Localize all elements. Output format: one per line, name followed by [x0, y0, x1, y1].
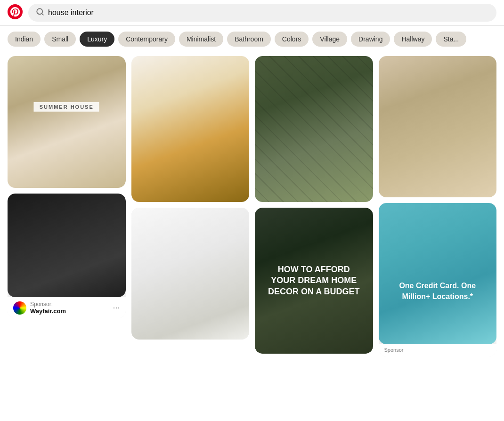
pin-budget-decor[interactable]	[255, 208, 373, 354]
search-icon	[36, 8, 44, 18]
filter-bar: Indian Small Luxury Contemporary Minimal…	[0, 26, 504, 52]
more-options-button[interactable]: ···	[113, 303, 120, 313]
filter-village[interactable]: Village	[312, 32, 347, 47]
pin-grid: Sponsor: Wayfair.com ··· Sponsor	[0, 52, 504, 360]
filter-sta[interactable]: Sta...	[436, 32, 466, 47]
pin-white-kitchen[interactable]	[131, 208, 250, 340]
pin-dark-staircase[interactable]: Sponsor: Wayfair.com ···	[8, 194, 126, 318]
sponsor-label: Sponsor:	[30, 301, 66, 308]
filter-minimalist[interactable]: Minimalist	[179, 32, 223, 47]
svg-line-2	[41, 13, 43, 15]
svg-point-0	[8, 4, 23, 19]
ad-sponsor-label: Sponsor	[379, 344, 497, 356]
search-input[interactable]	[48, 8, 489, 17]
search-bar[interactable]	[28, 4, 496, 22]
filter-bathroom[interactable]: Bathroom	[227, 32, 271, 47]
sponsor-info: Sponsor: Wayfair.com	[13, 301, 66, 315]
sponsor-text-block: Sponsor: Wayfair.com	[30, 301, 66, 315]
sponsor-badge: Sponsor: Wayfair.com ···	[8, 297, 126, 318]
pin-bookshelf[interactable]	[131, 56, 250, 202]
pin-rustic-living[interactable]	[379, 56, 497, 197]
sponsor-name: Wayfair.com	[30, 308, 66, 315]
pin-barn-door[interactable]	[255, 56, 373, 202]
filter-hallway[interactable]: Hallway	[394, 32, 432, 47]
sponsor-avatar	[13, 301, 26, 315]
filter-contemporary[interactable]: Contemporary	[118, 32, 175, 47]
pin-credit-card-ad[interactable]: Sponsor	[379, 203, 497, 356]
pin-summer-house[interactable]	[8, 56, 126, 188]
filter-luxury[interactable]: Luxury	[80, 32, 114, 47]
filter-small[interactable]: Small	[44, 32, 76, 47]
header	[0, 0, 504, 26]
filter-indian[interactable]: Indian	[8, 32, 41, 47]
filter-drawing[interactable]: Drawing	[351, 32, 390, 47]
pinterest-logo[interactable]	[8, 4, 23, 21]
filter-colors[interactable]: Colors	[275, 32, 309, 47]
